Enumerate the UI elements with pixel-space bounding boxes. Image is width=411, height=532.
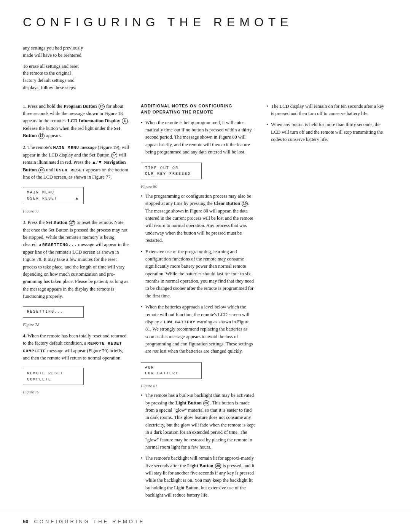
fig-79-label: Figure 79 [23,389,129,395]
lcd-fig80-timeout: TIME OUT OR CLR KEY PRESSED Figure 80 [141,160,255,190]
intro-text: any settings you had previously made wil… [0,37,107,91]
columns: 1. Press and hold the Program Button 25 … [0,95,411,503]
page: CONFIGURING THE REMOTE any settings you … [0,0,411,532]
fig-78-label: Figure 78 [23,321,129,328]
fig-80-label: Figure 80 [141,183,255,190]
mid-bullet-3: Extensive use of the programming, learni… [141,248,255,300]
page-header: CONFIGURING THE REMOTE [0,0,411,37]
step-1: 1. Press and hold the Program Button 25 … [23,103,129,140]
lcd-fig78: RESETTING... Figure 78 [23,303,129,328]
fig-77-label: Figure 77 [23,208,129,214]
circle-15: 15 [38,167,45,173]
right-bullet-1: The LCD display will remain on for ten s… [266,103,388,118]
lcd-fig77: MAIN MENU USER RESET ▲ Figure 77 [23,184,129,214]
circle-3: 3 [122,118,128,124]
right-column: The LCD display will remain on for ten s… [266,103,388,503]
circle-17c: 17 [69,220,75,226]
circle-26b: 26 [215,463,221,469]
lcd-box-77: MAIN MENU USER RESET ▲ [23,187,84,204]
mid-heading: ADDITIONAL NOTES ON CONFIGURING AND OPER… [141,103,255,115]
lcd-box-78: RESETTING... [23,306,84,318]
right-bullet-2: When any button is held for more than th… [266,121,388,143]
lcd-box-timeout: TIME OUT OR CLR KEY PRESSED [141,163,202,179]
mid-bullet-list: When the remote is being programmed, it … [141,119,255,499]
page-footer: 50 CONFIGURING THE REMOTE [0,511,411,532]
mid-bullet-1: When the remote is being programmed, it … [141,119,255,156]
step-3: 3. Press the Set Button 17 to reset the … [23,219,129,328]
mid-column: ADDITIONAL NOTES ON CONFIGURING AND OPER… [141,103,255,503]
lcd-fig81-battery: AUR LOW BATTERY Figure 81 [141,359,255,389]
left-column: 1. Press and hold the Program Button 25 … [23,103,129,503]
step-2: 2. The remote's MAIN MENU message (Figur… [23,144,129,214]
page-title: CONFIGURING THE REMOTE [23,15,388,29]
circle-25: 25 [99,104,105,110]
footer-title: CONFIGURING THE REMOTE [34,519,145,524]
steps-list: 1. Press and hold the Program Button 25 … [23,103,129,396]
mid-bullet-5: The remote has a built-in backlight that… [141,392,255,451]
mid-bullet-6: The remote's backlight will remain lit f… [141,455,255,499]
circle-17b: 17 [111,152,117,158]
lcd-box-79: REMOTE RESET COMPLETE [23,368,84,385]
lcd-fig79: REMOTE RESET COMPLETE Figure 79 [23,365,129,395]
circle-17a: 17 [38,133,45,139]
footer-page-number: 50 [23,519,28,524]
mid-bullet-4: When the batteries approach a level belo… [141,304,255,355]
circle-10: 10 [242,201,248,207]
step-4: 4. When the remote has been totally rese… [23,332,129,396]
lcd-box-battery: AUR LOW BATTERY [141,362,202,379]
fig-81-label: Figure 81 [141,383,255,389]
right-bullet-list: The LCD display will remain on for ten s… [266,103,388,144]
intro-line1: any settings you had previously made wil… [23,45,84,59]
mid-bullet-2: The programming or configuration process… [141,193,255,244]
circle-26a: 26 [203,400,209,406]
intro-line2: To erase all settings and reset the remo… [23,63,84,91]
